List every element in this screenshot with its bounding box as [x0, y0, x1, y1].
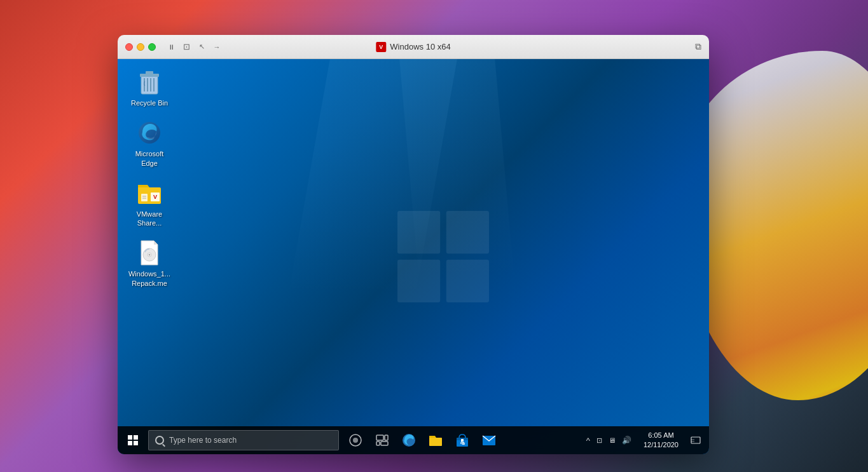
svg-rect-4	[141, 75, 158, 94]
svg-rect-23	[134, 441, 138, 445]
search-bar[interactable]: Type here to search	[148, 430, 339, 450]
snapshot-button[interactable]: ⊡	[181, 42, 191, 52]
maximize-button[interactable]: ⧉	[695, 41, 701, 52]
tray-network[interactable]: 🖥	[607, 435, 617, 445]
windows-iso-icon[interactable]: Windows_1... Repack.me	[124, 236, 175, 290]
start-button[interactable]	[120, 428, 146, 452]
svg-rect-27	[385, 435, 388, 440]
taskbar: Type here to search	[118, 426, 709, 454]
forward-button[interactable]: →	[212, 42, 222, 52]
svg-rect-20	[128, 435, 132, 440]
search-placeholder-text: Type here to search	[169, 436, 237, 445]
cortana-button[interactable]	[343, 428, 368, 452]
svg-rect-3	[446, 260, 488, 302]
vmware-icon: V	[376, 42, 386, 52]
svg-rect-26	[376, 435, 383, 440]
windows-desktop[interactable]: Recycle Bin	[118, 59, 709, 454]
title-bar: ⏸ ⊡ ↖ → V Windows 10 x64 ⧉	[118, 35, 709, 59]
svg-rect-6	[146, 71, 153, 74]
svg-rect-36	[691, 437, 700, 443]
file-explorer-button[interactable]	[423, 428, 448, 452]
vmware-shared-image: V	[135, 179, 163, 207]
edge-label: Microsoft Edge	[127, 149, 172, 168]
taskbar-apps: 🛍	[343, 428, 502, 452]
traffic-lights	[125, 43, 156, 51]
titlebar-controls: ⏸ ⊡ ↖ →	[166, 42, 222, 52]
system-clock[interactable]: 6:05 AM 12/11/2020	[640, 431, 682, 450]
notification-button[interactable]	[685, 428, 706, 452]
minimize-button[interactable]	[137, 43, 144, 51]
vmware-shared-label: VMware Share...	[127, 210, 172, 228]
svg-text:🛍: 🛍	[460, 441, 465, 445]
tray-chevron[interactable]: ^	[584, 435, 592, 447]
windows-iso-label: Windows_1... Repack.me	[127, 269, 172, 288]
svg-rect-0	[397, 211, 440, 253]
close-button[interactable]	[125, 43, 133, 51]
windows-logo-watermark	[392, 206, 494, 307]
clock-date: 12/11/2020	[644, 440, 679, 450]
search-icon	[155, 436, 164, 445]
svg-rect-28	[376, 442, 380, 445]
recycle-bin-image	[135, 68, 163, 96]
tray-device-manager[interactable]: ⊡	[595, 435, 604, 446]
svg-text:V: V	[153, 194, 157, 200]
vmware-shared-icon[interactable]: V VMware Share...	[124, 177, 175, 231]
mail-button[interactable]	[476, 428, 502, 452]
svg-rect-2	[397, 260, 440, 302]
edge-image	[135, 119, 163, 147]
svg-rect-22	[128, 441, 132, 445]
vmware-window: ⏸ ⊡ ↖ → V Windows 10 x64 ⧉	[118, 35, 709, 454]
windows-iso-image	[135, 239, 163, 267]
tray-volume[interactable]: 🔊	[620, 435, 633, 446]
svg-rect-21	[134, 435, 138, 440]
pause-button[interactable]: ⏸	[166, 42, 176, 52]
store-button[interactable]: 🛍	[450, 428, 475, 452]
system-tray-icons: ^ ⊡ 🖥 🔊	[581, 435, 637, 447]
edge-desktop-icon[interactable]: Microsoft Edge	[124, 116, 175, 170]
fullscreen-button[interactable]	[148, 43, 156, 51]
svg-rect-29	[381, 442, 388, 445]
edge-taskbar-button[interactable]	[396, 428, 422, 452]
svg-rect-14	[141, 194, 148, 201]
system-tray: ^ ⊡ 🖥 🔊 6:05 AM 12/11/2020	[581, 428, 706, 452]
desktop-icons: Recycle Bin	[124, 65, 175, 290]
svg-rect-1	[446, 211, 488, 253]
task-view-button[interactable]	[369, 428, 395, 452]
back-button[interactable]: ↖	[196, 42, 207, 52]
svg-point-19	[149, 254, 151, 256]
svg-point-25	[353, 438, 358, 443]
recycle-bin-label: Recycle Bin	[131, 98, 168, 107]
clock-time: 6:05 AM	[648, 431, 673, 440]
recycle-bin-icon[interactable]: Recycle Bin	[124, 65, 175, 110]
window-title: V Windows 10 x64	[376, 42, 450, 52]
